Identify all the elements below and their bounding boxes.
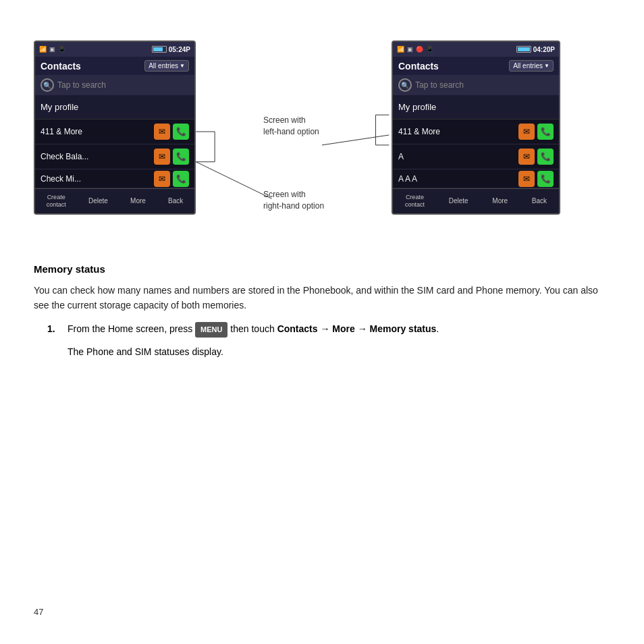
right-extra-icon: 📱 bbox=[426, 46, 433, 53]
right-time: 04:20P bbox=[533, 46, 555, 53]
left-search-icon: 🔍 bbox=[41, 78, 54, 92]
right-battery-indicator bbox=[516, 46, 531, 53]
left-delete-btn[interactable]: Delete bbox=[86, 196, 111, 206]
right-back-btn[interactable]: Back bbox=[529, 196, 549, 206]
left-create-contact-btn[interactable]: Create contact bbox=[44, 192, 69, 210]
right-search-placeholder: Tap to search bbox=[415, 80, 464, 90]
right-aaa-name: A A A bbox=[398, 174, 417, 184]
annotation-left-hand: Screen with left-hand option bbox=[263, 115, 319, 138]
right-411-name: 411 & More bbox=[398, 127, 440, 136]
right-all-entries-btn[interactable]: All entries ▼ bbox=[509, 60, 554, 72]
right-a-call-btn[interactable]: 📞 bbox=[537, 149, 554, 165]
left-checkbala-email-btn[interactable]: ✉ bbox=[154, 149, 170, 165]
left-all-entries-btn[interactable]: All entries ▼ bbox=[144, 60, 189, 72]
right-phone-icon: 🔴 bbox=[416, 46, 423, 53]
svg-line-1 bbox=[322, 135, 389, 145]
right-phone-screen: 📶 ▣ 🔴 📱 04:20P Contacts All entries ▼ bbox=[392, 41, 560, 215]
right-411-actions: ✉ 📞 bbox=[518, 124, 554, 140]
section-body: You can check how many names and numbers… bbox=[34, 283, 610, 313]
memory-status-section: Memory status You can check how many nam… bbox=[34, 263, 610, 360]
left-more-btn[interactable]: More bbox=[128, 196, 149, 206]
right-a-actions: ✉ 📞 bbox=[518, 149, 554, 165]
signal-icon: 📶 bbox=[39, 46, 47, 53]
screens-area: 📶 ▣ 📱 05:24P Contacts All entries ▼ bbox=[34, 27, 610, 243]
left-contact-checkmi[interactable]: Check Mi... ✉ 📞 bbox=[35, 169, 194, 188]
right-aaa-call-btn[interactable]: 📞 bbox=[537, 171, 554, 187]
right-battery-fill bbox=[518, 47, 530, 51]
right-contact-a[interactable]: A ✉ 📞 bbox=[393, 144, 559, 169]
right-wifi-icon: ▣ bbox=[407, 46, 413, 53]
step-1: 1. From the Home screen, press MENU then… bbox=[47, 321, 610, 338]
left-status-bar: 📶 ▣ 📱 05:24P bbox=[35, 42, 194, 57]
left-411-actions: ✉ 📞 bbox=[154, 124, 189, 140]
left-checkmi-email-btn[interactable]: ✉ bbox=[154, 171, 170, 187]
right-411-call-btn[interactable]: 📞 bbox=[537, 124, 554, 140]
right-a-email-btn[interactable]: ✉ bbox=[518, 149, 535, 165]
step-1-end: . bbox=[436, 323, 439, 334]
right-a-name: A bbox=[398, 152, 404, 161]
section-title: Memory status bbox=[34, 263, 610, 275]
left-phone-screen: 📶 ▣ 📱 05:24P Contacts All entries ▼ bbox=[34, 41, 196, 215]
menu-button[interactable]: MENU bbox=[195, 322, 227, 338]
left-checkmi-actions: ✉ 📞 bbox=[154, 171, 189, 187]
annotation-right-hand: Screen with right-hand option bbox=[263, 189, 324, 212]
step-1-prefix: From the Home screen, press bbox=[68, 323, 192, 334]
step-1-path: Contacts → More → Memory status bbox=[277, 323, 437, 334]
right-contacts-title: Contacts bbox=[398, 61, 439, 72]
phone-icon: 📱 bbox=[58, 46, 65, 53]
right-signal-icon: 📶 bbox=[397, 46, 404, 53]
right-my-profile-label: My profile bbox=[398, 102, 436, 112]
left-contact-checkbala[interactable]: Check Bala... ✉ 📞 bbox=[35, 144, 194, 169]
right-create-contact-btn[interactable]: Create contact bbox=[402, 192, 427, 210]
step-1-number: 1. bbox=[47, 321, 61, 336]
page-number: 47 bbox=[34, 607, 43, 617]
right-my-profile[interactable]: My profile bbox=[393, 95, 559, 119]
left-contacts-header: Contacts All entries ▼ bbox=[35, 57, 194, 75]
left-checkbala-name: Check Bala... bbox=[41, 152, 88, 161]
battery-indicator bbox=[152, 46, 167, 53]
right-search-bar[interactable]: 🔍 Tap to search bbox=[393, 75, 559, 95]
right-411-email-btn[interactable]: ✉ bbox=[518, 124, 535, 140]
left-checkmi-call-btn[interactable]: 📞 bbox=[173, 171, 189, 187]
left-bottom-toolbar: Create contact Delete More Back bbox=[35, 188, 194, 213]
right-contacts-header: Contacts All entries ▼ bbox=[393, 57, 559, 75]
right-aaa-actions: ✉ 📞 bbox=[518, 171, 554, 187]
right-aaa-email-btn[interactable]: ✉ bbox=[518, 171, 535, 187]
left-dropdown-arrow: ▼ bbox=[180, 63, 185, 69]
left-all-entries-text: All entries bbox=[149, 62, 178, 70]
left-checkbala-actions: ✉ 📞 bbox=[154, 149, 189, 165]
left-time: 05:24P bbox=[169, 46, 190, 53]
right-dropdown-arrow: ▼ bbox=[544, 63, 549, 69]
step-list: 1. From the Home screen, press MENU then… bbox=[34, 321, 610, 360]
right-status-bar: 📶 ▣ 🔴 📱 04:20P bbox=[393, 42, 559, 57]
step-1-suffix: then touch bbox=[230, 323, 274, 334]
step-2: The Phone and SIM statuses display. bbox=[47, 344, 610, 359]
right-contact-aaa[interactable]: A A A ✉ 📞 bbox=[393, 169, 559, 188]
left-search-placeholder: Tap to search bbox=[57, 80, 106, 90]
right-contact-411[interactable]: 411 & More ✉ 📞 bbox=[393, 119, 559, 144]
left-status-right: 05:24P bbox=[152, 46, 190, 53]
left-checkbala-call-btn[interactable]: 📞 bbox=[173, 149, 189, 165]
left-411-email-btn[interactable]: ✉ bbox=[154, 124, 170, 140]
step-1-text: From the Home screen, press MENU then to… bbox=[68, 321, 610, 338]
right-status-icons: 📶 ▣ 🔴 📱 bbox=[397, 46, 433, 53]
left-my-profile-label: My profile bbox=[41, 102, 78, 112]
left-411-call-btn[interactable]: 📞 bbox=[173, 124, 189, 140]
left-search-bar[interactable]: 🔍 Tap to search bbox=[35, 75, 194, 95]
battery-fill bbox=[153, 47, 163, 51]
left-checkmi-name: Check Mi... bbox=[41, 174, 81, 184]
svg-line-0 bbox=[196, 162, 271, 199]
left-contacts-title: Contacts bbox=[41, 61, 81, 72]
left-status-icons: 📶 ▣ 📱 bbox=[39, 46, 65, 53]
step-2-text: The Phone and SIM statuses display. bbox=[68, 344, 610, 359]
right-delete-btn[interactable]: Delete bbox=[446, 196, 471, 206]
right-more-btn[interactable]: More bbox=[489, 196, 510, 206]
left-contact-411[interactable]: 411 & More ✉ 📞 bbox=[35, 119, 194, 144]
right-status-right: 04:20P bbox=[516, 46, 555, 53]
left-411-name: 411 & More bbox=[41, 127, 82, 136]
left-my-profile[interactable]: My profile bbox=[35, 95, 194, 119]
right-all-entries-text: All entries bbox=[513, 62, 543, 70]
right-search-icon: 🔍 bbox=[398, 78, 412, 92]
right-bottom-toolbar: Create contact Delete More Back bbox=[393, 188, 559, 213]
left-back-btn[interactable]: Back bbox=[165, 196, 186, 206]
